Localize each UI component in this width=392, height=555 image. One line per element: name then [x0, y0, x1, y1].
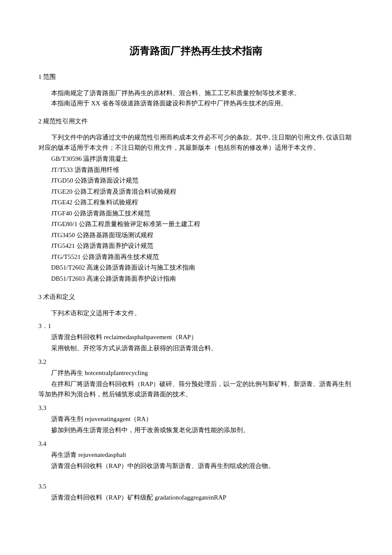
def-3-3-number: 3.3	[38, 403, 354, 413]
reference-item: GB/T30596 温拌沥青混凝土	[38, 154, 354, 165]
document-title: 沥青路面厂拌热再生技术指南	[38, 43, 354, 59]
reference-item: JTG3450 公路路基路面现场测试规程	[38, 230, 354, 241]
reference-item: JTGE20 公路工程沥青及沥青混合料试验规程	[38, 186, 354, 198]
section-1-heading: 1 范围	[38, 72, 354, 82]
section-2-heading: 2 规范性引用文件	[38, 116, 354, 126]
def-3-4-number: 3.4	[38, 439, 354, 449]
def-3-3-desc: 掺加到热再生沥青混合料中，用于改善或恢复老化沥青性能的添加剂。	[38, 425, 354, 435]
def-3-1-term: 沥青混合料回收料 reclaimedasphaltpavement（RAP）	[38, 332, 354, 342]
reference-item: DB51/T2603 高速公路沥青路面养护设计指南	[38, 273, 354, 285]
section-1-p1: 本指南规定了沥青路面厂拌热再生的原材料、混合料、施工工艺和质量控制等技术要求。	[38, 88, 354, 98]
def-3-5-term: 沥青混合料回收料（RAP）矿料级配 gradationofaggregatein…	[38, 492, 354, 503]
section-1-p2: 本指南适用于 XX 省各等级道路沥青路面建设和养护工程中厂拌热再生技术的应用。	[38, 98, 354, 108]
def-3-1-number: 3．1	[38, 321, 354, 331]
def-3-2-number: 3.2	[38, 357, 354, 367]
def-3-5-number: 3.5	[38, 481, 354, 491]
reference-item: JTGE80/1 公路工程质量检验评定标准第一册土建工程	[38, 219, 354, 230]
def-3-1-desc: 采用铣刨、开挖等方式从沥青路面上获得的旧沥青混合料。	[38, 343, 354, 353]
section-3-heading: 3 术语和定义	[38, 292, 354, 302]
reference-item: JTG5421 公路沥青路面养护设计规范	[38, 241, 354, 252]
section-3-intro: 下列术语和定义适用于本文件。	[38, 308, 354, 318]
def-3-3-term: 沥青再生剂 rejuvenatingagent（RA）	[38, 414, 354, 424]
def-3-2-term: 厂拌热再生 hotcentraIpIantrecycIing	[38, 368, 354, 378]
reference-item: JTG/T5521 公路沥青路面再生技术规范	[38, 252, 354, 263]
reference-item: JTGD50 公路沥青路面设计规范	[38, 175, 354, 186]
def-3-4-term: 再生沥青 rejuvenatedasphalt	[38, 450, 354, 460]
def-3-2-desc: 在拌和厂将沥青混合料回收料（RAP）破碎、筛分预处理后，以一定的比例与新矿料、新…	[38, 379, 354, 399]
reference-item: JTGE42 公路工程集料试验规程	[38, 197, 354, 208]
reference-item: JTGF40 公路沥青路面施工技术规范	[38, 208, 354, 219]
reference-list: GB/T30596 温拌沥青混凝土 JT/T533 沥青路面用纤维 JTGD50…	[38, 154, 354, 284]
def-3-4-desc: 沥青混合料回收料（RAP）中的回收沥青与新沥青、沥青再生剂组成的混合物。	[38, 461, 354, 471]
section-2-p1: 下列文件中的内容通过文中的规范性引用而构成本文件必不可少的条款。其中, 注日期的…	[38, 132, 354, 153]
reference-item: JT/T533 沥青路面用纤维	[38, 165, 354, 176]
reference-item: DB51/T2602 高速公路沥青路面设计与施工技术指南	[38, 262, 354, 273]
